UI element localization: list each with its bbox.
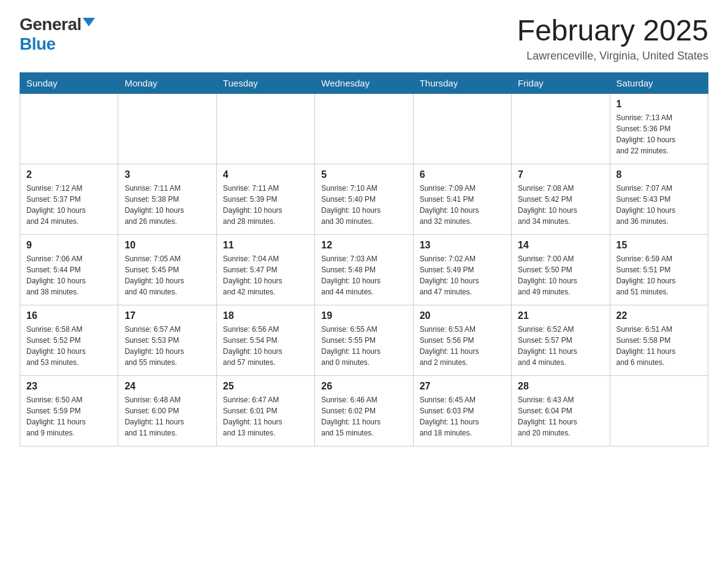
calendar-cell: 24Sunrise: 6:48 AMSunset: 6:00 PMDayligh… bbox=[118, 375, 216, 446]
day-number: 14 bbox=[518, 240, 603, 251]
calendar-cell: 22Sunrise: 6:51 AMSunset: 5:58 PMDayligh… bbox=[610, 305, 708, 375]
weekday-header-monday: Monday bbox=[118, 72, 216, 93]
calendar-cell bbox=[315, 93, 413, 164]
day-number: 21 bbox=[518, 310, 603, 321]
calendar-header: SundayMondayTuesdayWednesdayThursdayFrid… bbox=[20, 72, 708, 93]
day-number: 17 bbox=[124, 310, 210, 321]
calendar-cell bbox=[413, 93, 511, 164]
day-info: Sunrise: 6:59 AMSunset: 5:51 PMDaylight:… bbox=[616, 253, 702, 297]
calendar-cell: 21Sunrise: 6:52 AMSunset: 5:57 PMDayligh… bbox=[512, 305, 610, 375]
calendar-cell: 20Sunrise: 6:53 AMSunset: 5:56 PMDayligh… bbox=[413, 305, 511, 375]
calendar-cell: 1Sunrise: 7:13 AMSunset: 5:36 PMDaylight… bbox=[610, 93, 708, 164]
calendar-body: 1Sunrise: 7:13 AMSunset: 5:36 PMDaylight… bbox=[20, 93, 708, 446]
calendar-cell: 11Sunrise: 7:04 AMSunset: 5:47 PMDayligh… bbox=[216, 234, 314, 305]
day-number: 27 bbox=[420, 381, 505, 392]
day-number: 10 bbox=[124, 240, 210, 251]
day-info: Sunrise: 6:58 AMSunset: 5:52 PMDaylight:… bbox=[26, 324, 112, 368]
calendar-cell: 15Sunrise: 6:59 AMSunset: 5:51 PMDayligh… bbox=[610, 234, 708, 305]
calendar-cell: 13Sunrise: 7:02 AMSunset: 5:49 PMDayligh… bbox=[413, 234, 511, 305]
weekday-header-saturday: Saturday bbox=[610, 72, 708, 93]
day-number: 11 bbox=[223, 240, 308, 251]
day-info: Sunrise: 7:02 AMSunset: 5:49 PMDaylight:… bbox=[420, 253, 505, 297]
week-row-1: 2Sunrise: 7:12 AMSunset: 5:37 PMDaylight… bbox=[20, 164, 708, 234]
day-info: Sunrise: 7:03 AMSunset: 5:48 PMDaylight:… bbox=[321, 253, 406, 297]
logo-general-text: General bbox=[20, 15, 82, 34]
day-number: 6 bbox=[420, 169, 505, 180]
calendar-cell: 4Sunrise: 7:11 AMSunset: 5:39 PMDaylight… bbox=[216, 164, 314, 234]
day-number: 26 bbox=[321, 381, 406, 392]
day-number: 12 bbox=[321, 240, 406, 251]
day-info: Sunrise: 7:13 AMSunset: 5:36 PMDaylight:… bbox=[616, 112, 702, 156]
weekday-header-row: SundayMondayTuesdayWednesdayThursdayFrid… bbox=[20, 72, 708, 93]
day-info: Sunrise: 7:11 AMSunset: 5:38 PMDaylight:… bbox=[124, 183, 210, 227]
day-number: 9 bbox=[26, 240, 112, 251]
calendar-cell: 3Sunrise: 7:11 AMSunset: 5:38 PMDaylight… bbox=[118, 164, 216, 234]
day-info: Sunrise: 7:00 AMSunset: 5:50 PMDaylight:… bbox=[518, 253, 603, 297]
page-header: General Blue February 2025 Lawrenceville… bbox=[20, 15, 708, 63]
day-info: Sunrise: 7:08 AMSunset: 5:42 PMDaylight:… bbox=[518, 183, 603, 227]
day-number: 4 bbox=[223, 169, 308, 180]
calendar-cell: 27Sunrise: 6:45 AMSunset: 6:03 PMDayligh… bbox=[413, 375, 511, 446]
calendar-cell: 8Sunrise: 7:07 AMSunset: 5:43 PMDaylight… bbox=[610, 164, 708, 234]
calendar-cell: 7Sunrise: 7:08 AMSunset: 5:42 PMDaylight… bbox=[512, 164, 610, 234]
weekday-header-sunday: Sunday bbox=[20, 72, 118, 93]
day-info: Sunrise: 6:51 AMSunset: 5:58 PMDaylight:… bbox=[616, 324, 702, 368]
day-number: 15 bbox=[616, 240, 702, 251]
calendar-cell: 12Sunrise: 7:03 AMSunset: 5:48 PMDayligh… bbox=[315, 234, 413, 305]
logo-blue-text: Blue bbox=[20, 34, 56, 54]
day-info: Sunrise: 6:52 AMSunset: 5:57 PMDaylight:… bbox=[518, 324, 603, 368]
day-info: Sunrise: 7:05 AMSunset: 5:45 PMDaylight:… bbox=[124, 253, 210, 297]
calendar-table: SundayMondayTuesdayWednesdayThursdayFrid… bbox=[20, 72, 708, 446]
day-info: Sunrise: 7:09 AMSunset: 5:41 PMDaylight:… bbox=[420, 183, 505, 227]
day-number: 20 bbox=[420, 310, 505, 321]
day-number: 18 bbox=[223, 310, 308, 321]
calendar-cell bbox=[512, 93, 610, 164]
day-number: 23 bbox=[26, 381, 112, 392]
day-info: Sunrise: 7:04 AMSunset: 5:47 PMDaylight:… bbox=[223, 253, 308, 297]
day-number: 16 bbox=[26, 310, 112, 321]
day-info: Sunrise: 6:57 AMSunset: 5:53 PMDaylight:… bbox=[124, 324, 210, 368]
day-number: 2 bbox=[26, 169, 112, 180]
day-number: 1 bbox=[616, 99, 702, 110]
day-number: 19 bbox=[321, 310, 406, 321]
weekday-header-wednesday: Wednesday bbox=[315, 72, 413, 93]
calendar-cell bbox=[20, 93, 118, 164]
calendar-cell: 5Sunrise: 7:10 AMSunset: 5:40 PMDaylight… bbox=[315, 164, 413, 234]
day-info: Sunrise: 6:46 AMSunset: 6:02 PMDaylight:… bbox=[321, 394, 406, 439]
week-row-4: 23Sunrise: 6:50 AMSunset: 5:59 PMDayligh… bbox=[20, 375, 708, 446]
calendar-cell: 2Sunrise: 7:12 AMSunset: 5:37 PMDaylight… bbox=[20, 164, 118, 234]
day-info: Sunrise: 7:12 AMSunset: 5:37 PMDaylight:… bbox=[26, 183, 112, 227]
calendar-cell: 17Sunrise: 6:57 AMSunset: 5:53 PMDayligh… bbox=[118, 305, 216, 375]
day-number: 28 bbox=[518, 381, 603, 392]
weekday-header-friday: Friday bbox=[512, 72, 610, 93]
day-info: Sunrise: 6:56 AMSunset: 5:54 PMDaylight:… bbox=[223, 324, 308, 368]
weekday-header-tuesday: Tuesday bbox=[216, 72, 314, 93]
week-row-0: 1Sunrise: 7:13 AMSunset: 5:36 PMDaylight… bbox=[20, 93, 708, 164]
day-number: 5 bbox=[321, 169, 406, 180]
day-info: Sunrise: 7:07 AMSunset: 5:43 PMDaylight:… bbox=[616, 183, 702, 227]
calendar-cell bbox=[216, 93, 314, 164]
day-info: Sunrise: 7:06 AMSunset: 5:44 PMDaylight:… bbox=[26, 253, 112, 297]
calendar-cell: 16Sunrise: 6:58 AMSunset: 5:52 PMDayligh… bbox=[20, 305, 118, 375]
week-row-2: 9Sunrise: 7:06 AMSunset: 5:44 PMDaylight… bbox=[20, 234, 708, 305]
title-area: February 2025 Lawrenceville, Virginia, U… bbox=[517, 15, 708, 63]
calendar-cell: 26Sunrise: 6:46 AMSunset: 6:02 PMDayligh… bbox=[315, 375, 413, 446]
day-number: 3 bbox=[124, 169, 210, 180]
calendar-cell bbox=[610, 375, 708, 446]
month-title: February 2025 bbox=[517, 15, 708, 47]
day-info: Sunrise: 6:48 AMSunset: 6:00 PMDaylight:… bbox=[124, 394, 210, 439]
day-number: 24 bbox=[124, 381, 210, 392]
day-number: 7 bbox=[518, 169, 603, 180]
day-info: Sunrise: 6:45 AMSunset: 6:03 PMDaylight:… bbox=[420, 394, 505, 439]
day-info: Sunrise: 6:47 AMSunset: 6:01 PMDaylight:… bbox=[223, 394, 308, 439]
day-info: Sunrise: 6:53 AMSunset: 5:56 PMDaylight:… bbox=[420, 324, 505, 368]
logo: General Blue bbox=[20, 15, 95, 54]
day-info: Sunrise: 6:50 AMSunset: 5:59 PMDaylight:… bbox=[26, 394, 112, 439]
calendar-cell: 18Sunrise: 6:56 AMSunset: 5:54 PMDayligh… bbox=[216, 305, 314, 375]
week-row-3: 16Sunrise: 6:58 AMSunset: 5:52 PMDayligh… bbox=[20, 305, 708, 375]
calendar-cell: 6Sunrise: 7:09 AMSunset: 5:41 PMDaylight… bbox=[413, 164, 511, 234]
day-number: 22 bbox=[616, 310, 702, 321]
calendar-cell: 14Sunrise: 7:00 AMSunset: 5:50 PMDayligh… bbox=[512, 234, 610, 305]
calendar-cell: 10Sunrise: 7:05 AMSunset: 5:45 PMDayligh… bbox=[118, 234, 216, 305]
calendar-cell: 23Sunrise: 6:50 AMSunset: 5:59 PMDayligh… bbox=[20, 375, 118, 446]
